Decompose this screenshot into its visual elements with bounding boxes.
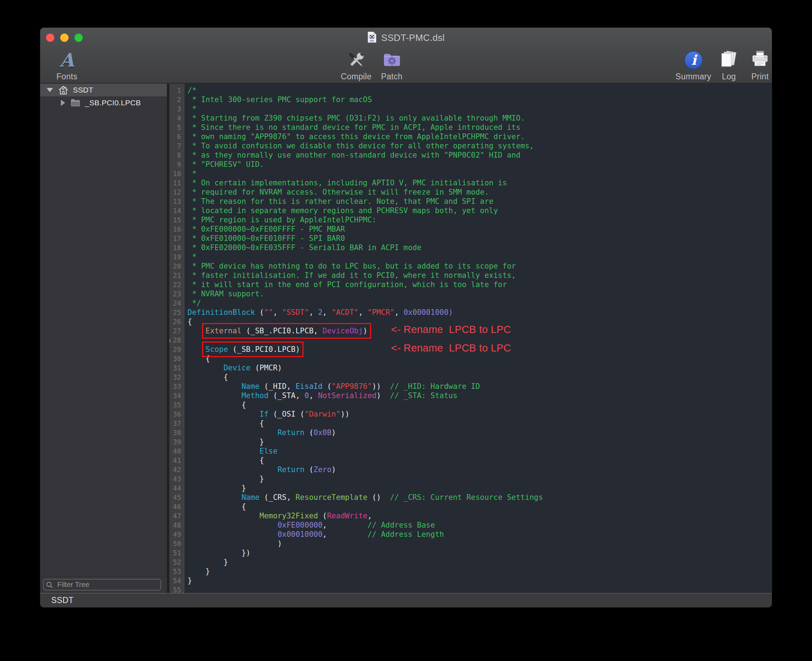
line-number: 24 <box>169 299 184 308</box>
code-lines: 1/*2 * Intel 300-series PMC support for … <box>169 84 772 593</box>
code-line: 5 * Since there is no standard device fo… <box>169 123 772 132</box>
code-line: 18 * 0xFE020000~0xFE035FFF - SerialIo BA… <box>169 243 772 252</box>
compile-icon <box>346 49 366 71</box>
code-line: 32 { <box>169 372 772 382</box>
code-line: 36 If (_OSI ("Darwin")) <box>169 409 772 419</box>
code-line: 52 } <box>169 557 772 567</box>
code-line: 48 0xFE000000, // Address Base <box>169 520 772 530</box>
filter-area <box>40 576 167 593</box>
log-icon <box>719 49 739 71</box>
line-number: 11 <box>169 178 184 187</box>
code-line: 40 Else <box>169 447 772 456</box>
code-text: Return (Zero) <box>184 465 336 474</box>
code-text: * required for NVRAM access. Otherwise i… <box>184 187 489 197</box>
rename-annotation: <- Rename LPCB to LPC <box>391 325 511 334</box>
search-icon <box>46 581 53 590</box>
code-text: { <box>184 502 246 511</box>
disclosure-open-icon[interactable] <box>46 88 53 92</box>
line-number: 18 <box>169 243 184 252</box>
code-text: * 0xFE020000~0xFE035FFF - SerialIo BAR i… <box>184 243 421 252</box>
code-line: 31 Device (PMCR) <box>169 363 772 372</box>
line-number: 5 <box>169 123 184 132</box>
code-line: 21 * faster initialisation. If we add it… <box>169 271 772 280</box>
line-number: 12 <box>169 187 184 197</box>
print-label: Print <box>751 72 769 81</box>
line-number: 3 <box>169 104 184 113</box>
code-text: } <box>184 557 228 567</box>
code-text: * To avoid confusion we disable this dev… <box>184 141 534 150</box>
print-button[interactable]: Print <box>744 49 772 83</box>
titlebar[interactable]: DSL SSDT-PMC.dsl <box>40 28 772 48</box>
code-line: 17 * 0xFE010000~0xFE010FFF - SPI BAR0 <box>169 234 772 243</box>
code-line: 53 } <box>169 567 772 576</box>
code-line: 38 Return (0x0B) <box>169 428 772 437</box>
code-text: } <box>184 576 192 585</box>
rename-annotation: <- Rename LPCB to LPC <box>391 343 511 353</box>
sidebar-item-ssdt[interactable]: SSDT <box>40 84 167 96</box>
code-text: { <box>184 400 246 409</box>
sidebar-splitter[interactable] <box>167 84 169 593</box>
code-text: * 0xFE000000~0xFE00FFFF - PMC MBAR <box>184 225 345 234</box>
line-number: 30 <box>169 354 184 363</box>
annotation-box: Scope (_SB.PCI0.LPCB) <box>202 342 304 357</box>
dsl-document-icon: DSL <box>367 31 377 45</box>
code-line: 46 { <box>169 502 772 511</box>
annotation-box: External (_SB_.PCI0.LPCB, DeviceObj) <box>202 323 371 338</box>
code-text: { <box>184 317 192 326</box>
code-line: 51 }) <box>169 548 772 557</box>
code-line: 55 <box>169 585 772 593</box>
code-line: 44 } <box>169 484 772 493</box>
code-text: * it will start in the end of PCI config… <box>184 280 507 289</box>
code-line: 50 ) <box>169 539 772 548</box>
code-line: 4 * Starting from Z390 chipsets PMC (D31… <box>169 113 772 123</box>
code-text: * located in separate memory regions and… <box>184 206 498 215</box>
svg-text:DSL: DSL <box>370 40 374 42</box>
code-text: Device (PMCR) <box>184 363 282 372</box>
code-text: * <box>184 169 197 178</box>
line-number: 49 <box>169 530 184 539</box>
code-text: } <box>184 484 246 493</box>
code-line: 12 * required for NVRAM access. Otherwis… <box>169 187 772 197</box>
log-button[interactable]: Log <box>714 49 744 83</box>
code-text: { <box>184 419 264 428</box>
code-text: * PMC region is used by AppleIntelPCHPMC… <box>184 215 376 225</box>
line-number: 9 <box>169 160 184 169</box>
summary-button[interactable]: i Summary <box>673 49 714 83</box>
line-number: 10 <box>169 169 184 178</box>
sidebar-item-lpcb[interactable]: _SB.PCI0.LPCB <box>40 96 167 109</box>
code-text: /* <box>184 86 197 95</box>
line-number: 37 <box>169 419 184 428</box>
code-line: 23 * NVRAM support. <box>169 289 772 299</box>
filter-tree-input[interactable] <box>43 579 161 591</box>
window-title: SSDT-PMC.dsl <box>381 32 444 43</box>
line-number: 17 <box>169 234 184 243</box>
code-line: 43 } <box>169 474 772 484</box>
patch-label: Patch <box>381 72 403 81</box>
fonts-label: Fonts <box>56 72 77 81</box>
disclosure-closed-icon[interactable] <box>61 100 65 106</box>
code-editor[interactable]: 1/*2 * Intel 300-series PMC support for … <box>169 84 772 593</box>
line-number: 41 <box>169 456 184 465</box>
code-text: } <box>184 474 264 484</box>
code-text: * Starting from Z390 chipsets PMC (D31:F… <box>184 113 525 123</box>
line-number: 28 <box>169 335 184 345</box>
code-text: { <box>184 456 264 465</box>
compile-button[interactable]: Compile <box>338 49 374 83</box>
home-icon <box>58 85 69 95</box>
status-node-path: SSDT <box>51 596 74 605</box>
code-line: 6 * own naming "APP9876" to access this … <box>169 132 772 141</box>
line-number: 54 <box>169 576 184 585</box>
code-line: 33 Name (_HID, EisaId ("APP9876")) // _H… <box>169 382 772 391</box>
fonts-button[interactable]: A Fonts <box>47 49 86 83</box>
code-text: * The reason for this is rather unclear.… <box>184 197 494 206</box>
patch-button[interactable]: Patch <box>374 49 409 83</box>
code-text: Else <box>184 447 278 456</box>
line-number: 42 <box>169 465 184 474</box>
line-number: 31 <box>169 363 184 372</box>
code-text: */ <box>184 299 201 308</box>
line-number: 27 <box>169 326 184 335</box>
line-number: 38 <box>169 428 184 437</box>
code-line: 45 Name (_CRS, ResourceTemplate () // _C… <box>169 493 772 502</box>
sidebar-tree: SSDT _SB.PCI0.LPCB <box>40 84 167 593</box>
line-number: 43 <box>169 474 184 484</box>
